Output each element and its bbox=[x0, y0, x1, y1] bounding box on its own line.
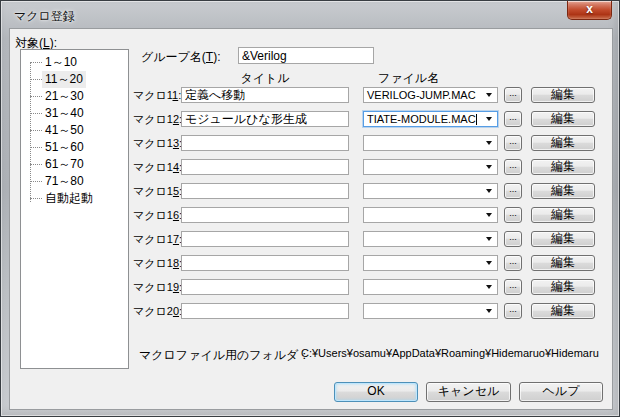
edit-button[interactable]: 編集 bbox=[531, 207, 595, 223]
macro-file-combobox[interactable] bbox=[363, 231, 498, 247]
browse-button[interactable]: ... bbox=[504, 111, 522, 127]
macro-title-input[interactable] bbox=[181, 135, 349, 151]
macro-title-input[interactable] bbox=[181, 159, 349, 175]
macro-row-label: マクロ15: bbox=[133, 184, 182, 199]
chevron-down-icon[interactable] bbox=[486, 165, 492, 169]
macro-file-value: TIATE-MODULE.MAC bbox=[367, 113, 476, 125]
group-name-input[interactable] bbox=[238, 47, 374, 64]
edit-button[interactable]: 編集 bbox=[531, 255, 595, 271]
macro-row-label: マクロ13: bbox=[133, 136, 182, 151]
macro-row: マクロ19: ... 編集 bbox=[1, 279, 620, 295]
macro-row: マクロ20: ... 編集 bbox=[1, 303, 620, 319]
macro-file-combobox[interactable] bbox=[363, 207, 498, 223]
edit-button[interactable]: 編集 bbox=[531, 87, 595, 103]
browse-button[interactable]: ... bbox=[504, 207, 522, 223]
macro-row: マクロ18: ... 編集 bbox=[1, 255, 620, 271]
macro-title-input[interactable] bbox=[181, 255, 349, 271]
edit-button[interactable]: 編集 bbox=[531, 183, 595, 199]
edit-button[interactable]: 編集 bbox=[531, 111, 595, 127]
macro-file-combobox[interactable] bbox=[363, 255, 498, 271]
macro-row: マクロ14: ... 編集 bbox=[1, 159, 620, 175]
tree-item-label: 11～20 bbox=[42, 71, 86, 88]
macro-file-combobox[interactable] bbox=[363, 183, 498, 199]
tree-item[interactable]: 1～10 bbox=[21, 54, 128, 71]
chevron-down-icon[interactable] bbox=[486, 93, 492, 97]
chevron-down-icon[interactable] bbox=[486, 141, 492, 145]
macro-row-label: マクロ12: bbox=[133, 112, 182, 127]
edit-button[interactable]: 編集 bbox=[531, 231, 595, 247]
macro-file-combobox[interactable] bbox=[363, 135, 498, 151]
chevron-down-icon[interactable] bbox=[486, 309, 492, 313]
macro-title-input[interactable] bbox=[181, 303, 349, 319]
macro-file-value: VERILOG-JUMP.MAC bbox=[367, 89, 476, 101]
macro-title-input[interactable] bbox=[181, 87, 349, 103]
tree-item-label: 1～10 bbox=[42, 54, 80, 71]
tree-branch-line bbox=[30, 79, 42, 80]
text-caret bbox=[476, 114, 477, 125]
browse-button[interactable]: ... bbox=[504, 255, 522, 271]
chevron-down-icon[interactable] bbox=[486, 261, 492, 265]
file-column-header: ファイル名 bbox=[378, 70, 439, 87]
macro-file-combobox[interactable] bbox=[363, 279, 498, 295]
macro-title-input[interactable] bbox=[181, 207, 349, 223]
title-column-header: タイトル bbox=[181, 70, 349, 87]
macro-file-combobox[interactable] bbox=[363, 303, 498, 319]
tree-branch-line bbox=[30, 62, 42, 63]
macro-folder-path: C:¥Users¥osamu¥AppData¥Roaming¥Hidemaruo… bbox=[301, 347, 599, 359]
tree-item[interactable]: 11～20 bbox=[21, 71, 128, 88]
chevron-down-icon[interactable] bbox=[486, 117, 492, 121]
close-icon: x bbox=[586, 2, 593, 16]
chevron-down-icon[interactable] bbox=[486, 189, 492, 193]
macro-row-label: マクロ19: bbox=[133, 280, 182, 295]
macro-row-label: マクロ16: bbox=[133, 208, 182, 223]
macro-row-label: マクロ17: bbox=[133, 232, 182, 247]
macro-file-combobox[interactable]: TIATE-MODULE.MAC bbox=[363, 111, 498, 127]
chevron-down-icon[interactable] bbox=[486, 213, 492, 217]
chevron-down-icon[interactable] bbox=[486, 237, 492, 241]
dialog-title: マクロ登録 bbox=[14, 8, 75, 25]
macro-row-list: マクロ11: VERILOG-JUMP.MAC ... 編集 マクロ12: TI… bbox=[1, 87, 620, 327]
browse-button[interactable]: ... bbox=[504, 87, 522, 103]
ok-button[interactable]: OK bbox=[334, 382, 418, 402]
macro-registration-dialog: マクロ登録 x 対象(L): 1～10 11～20 21～30 31～40 41… bbox=[0, 0, 620, 417]
browse-button[interactable]: ... bbox=[504, 135, 522, 151]
group-name-label: グループ名(T): bbox=[141, 49, 221, 66]
macro-file-combobox[interactable] bbox=[363, 159, 498, 175]
macro-title-input[interactable] bbox=[181, 111, 349, 127]
edit-button[interactable]: 編集 bbox=[531, 135, 595, 151]
close-button[interactable]: x bbox=[567, 1, 612, 20]
macro-row: マクロ17: ... 編集 bbox=[1, 231, 620, 247]
macro-row: マクロ15: ... 編集 bbox=[1, 183, 620, 199]
macro-row-label: マクロ20: bbox=[133, 304, 182, 319]
edit-button[interactable]: 編集 bbox=[531, 159, 595, 175]
macro-row: マクロ11: VERILOG-JUMP.MAC ... 編集 bbox=[1, 87, 620, 103]
macro-folder-label: マクロファイル用のフォルダ： bbox=[139, 347, 310, 364]
macro-row-label: マクロ11: bbox=[133, 88, 181, 103]
browse-button[interactable]: ... bbox=[504, 303, 522, 319]
chevron-down-icon[interactable] bbox=[486, 285, 492, 289]
browse-button[interactable]: ... bbox=[504, 159, 522, 175]
macro-title-input[interactable] bbox=[181, 279, 349, 295]
macro-title-input[interactable] bbox=[181, 183, 349, 199]
macro-row: マクロ12: TIATE-MODULE.MAC ... 編集 bbox=[1, 111, 620, 127]
cancel-button[interactable]: キャンセル bbox=[426, 382, 511, 402]
macro-row: マクロ13: ... 編集 bbox=[1, 135, 620, 151]
macro-file-combobox[interactable]: VERILOG-JUMP.MAC bbox=[363, 87, 498, 103]
macro-row-label: マクロ14: bbox=[133, 160, 182, 175]
browse-button[interactable]: ... bbox=[504, 279, 522, 295]
browse-button[interactable]: ... bbox=[504, 183, 522, 199]
edit-button[interactable]: 編集 bbox=[531, 303, 595, 319]
help-button[interactable]: ヘルプ bbox=[519, 382, 603, 402]
macro-title-input[interactable] bbox=[181, 231, 349, 247]
browse-button[interactable]: ... bbox=[504, 231, 522, 247]
macro-row-label: マクロ18: bbox=[133, 256, 182, 271]
macro-row: マクロ16: ... 編集 bbox=[1, 207, 620, 223]
edit-button[interactable]: 編集 bbox=[531, 279, 595, 295]
